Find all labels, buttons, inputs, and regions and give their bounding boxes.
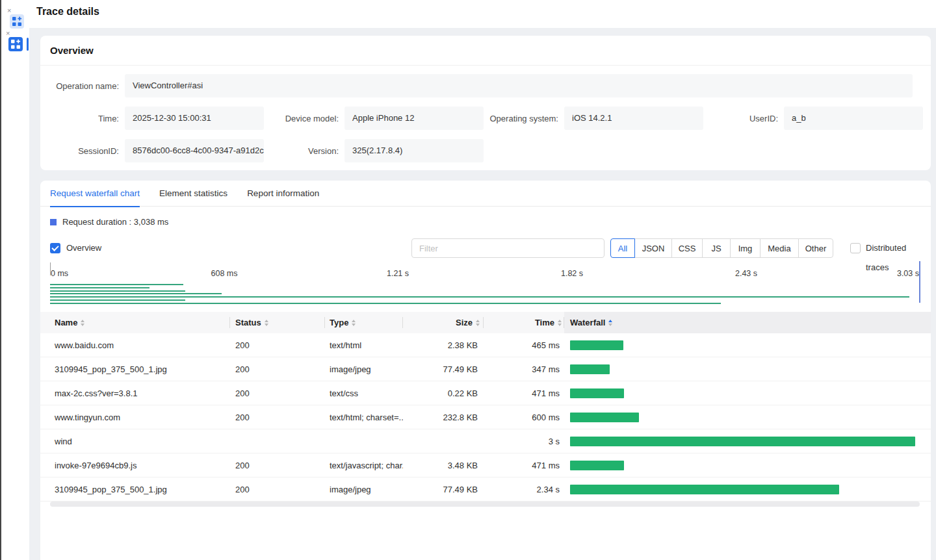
- column-label: Waterfall: [570, 318, 605, 327]
- waterfall-bar: [570, 413, 639, 422]
- dashboard-widget-icon[interactable]: [10, 14, 24, 29]
- type-filter-group: All JSON CSS JS Img Media Other: [610, 238, 833, 258]
- column-header-size[interactable]: Size: [403, 312, 484, 333]
- overview-card: Overview Operation name:ViewController#a…: [40, 36, 931, 170]
- column-header-type[interactable]: Type: [325, 312, 403, 333]
- top-bar: Trace details: [0, 0, 936, 28]
- column-header-waterfall[interactable]: Waterfall: [564, 312, 931, 333]
- tab-request-waterfall-chart[interactable]: Request waterfall chart: [50, 181, 140, 207]
- cell-name: 3109945_pop_375_500_1.jpg: [40, 357, 230, 381]
- overview-checkbox[interactable]: [50, 243, 60, 253]
- cell-waterfall: [564, 405, 931, 429]
- field-label: Device model:: [270, 114, 339, 123]
- filter-img-button[interactable]: Img: [730, 238, 760, 258]
- filter-media-button[interactable]: Media: [760, 238, 799, 258]
- legend-text: Request duration : 3,038 ms: [62, 217, 168, 227]
- sort-icon: [352, 320, 356, 326]
- axis-tick-label: 0 ms: [51, 269, 68, 278]
- cell-status: 200: [230, 453, 325, 477]
- table-row[interactable]: 3109945_pop_375_500_1.jpg200image/jpeg77…: [40, 477, 931, 502]
- cell-time: 2.34 s: [484, 477, 564, 501]
- trace-details-page: Trace details × × Overview Oper: [0, 0, 936, 560]
- horizontal-scrollbar[interactable]: [50, 502, 920, 507]
- cell-waterfall: [564, 333, 931, 357]
- dashboard-widget-icon-active[interactable]: [8, 37, 23, 51]
- cell-name: www.tingyun.com: [40, 405, 230, 429]
- overview-row: Operation name:ViewController#asi: [50, 74, 921, 97]
- waterfall-bar: [570, 461, 624, 470]
- field-value: Apple iPhone 12: [344, 107, 484, 130]
- field-value: ViewController#asi: [125, 74, 913, 97]
- column-label: Time: [535, 318, 554, 327]
- cell-type: text/html; charset=...: [325, 405, 403, 429]
- dashboard-icon: [12, 16, 22, 27]
- cell-size: 0.22 KB: [403, 381, 484, 405]
- cell-time: 465 ms: [484, 333, 564, 357]
- overview-field: SessionID:8576dc00-6cc8-4c00-9347-a91d2c…: [50, 139, 264, 162]
- tab-element-statistics[interactable]: Element statistics: [159, 181, 228, 207]
- close-icon[interactable]: ×: [7, 7, 11, 14]
- filter-json-button[interactable]: JSON: [634, 238, 672, 258]
- field-value: a_b: [784, 107, 923, 130]
- column-header-time[interactable]: Time: [484, 312, 564, 333]
- sort-icon: [265, 320, 268, 326]
- filter-input[interactable]: [411, 238, 604, 258]
- field-label: UserID:: [709, 114, 778, 123]
- table-row[interactable]: www.tingyun.com200text/html; charset=...…: [40, 405, 931, 429]
- table-row[interactable]: max-2c.css?ver=3.8.1200text/css0.22 KB47…: [40, 381, 931, 405]
- field-value: iOS 14.2.1: [564, 107, 703, 130]
- mini-waterfall-line: [50, 287, 150, 288]
- distributed-traces-checkbox[interactable]: [850, 243, 861, 253]
- cell-type: [325, 429, 403, 453]
- mini-waterfall-line: [50, 296, 909, 298]
- mini-waterfall-line: [50, 299, 185, 301]
- table-row[interactable]: wind3 s: [40, 429, 931, 453]
- controls-row: Overview All JSON CSS JS Img Media Other…: [40, 238, 931, 258]
- cell-waterfall: [564, 453, 931, 477]
- filter-all-button[interactable]: All: [610, 238, 635, 258]
- cell-time: 471 ms: [484, 453, 564, 477]
- tab-bar: Request waterfall chart Element statisti…: [40, 181, 931, 207]
- column-header-name[interactable]: Name: [40, 312, 230, 333]
- close-icon[interactable]: ×: [6, 30, 10, 36]
- cell-type: text/html: [325, 333, 403, 357]
- waterfall-card: Request waterfall chart Element statisti…: [40, 181, 931, 560]
- field-label: Operation name:: [50, 81, 119, 91]
- table-row[interactable]: 3109945_pop_375_500_1.jpg200image/jpeg77…: [40, 357, 931, 381]
- axis-tick-label: 1.21 s: [387, 269, 409, 278]
- overview-field: Version:325(2.17.8.4): [270, 139, 484, 162]
- field-label: SessionID:: [50, 146, 119, 156]
- column-header-status[interactable]: Status: [230, 312, 325, 333]
- cell-status: [230, 429, 325, 453]
- cell-type: text/css: [325, 381, 403, 405]
- overview-row: SessionID:8576dc00-6cc8-4c00-9347-a91d2c…: [50, 139, 921, 162]
- page-title: Trace details: [36, 6, 99, 18]
- column-label: Name: [55, 318, 77, 327]
- divider: [40, 65, 931, 66]
- cell-size: 2.38 KB: [403, 333, 484, 357]
- cell-waterfall: [564, 381, 931, 405]
- request-duration-legend: Request duration : 3,038 ms: [50, 217, 168, 227]
- cell-waterfall: [564, 429, 931, 453]
- field-value: 325(2.17.8.4): [344, 139, 484, 162]
- sort-icon: [81, 320, 84, 326]
- tab-report-information[interactable]: Report information: [247, 181, 319, 207]
- table-row[interactable]: www.baidu.com200text/html2.38 KB465 ms: [40, 333, 931, 357]
- field-value: 2025-12-30 15:00:31: [125, 107, 264, 130]
- cell-type: image/jpeg: [325, 477, 403, 501]
- mini-waterfall-line: [50, 293, 222, 294]
- filter-js-button[interactable]: JS: [702, 238, 731, 258]
- cell-time: 600 ms: [484, 405, 564, 429]
- field-label: Operating system:: [489, 114, 558, 123]
- filter-css-button[interactable]: CSS: [671, 238, 703, 258]
- legend-swatch: [50, 219, 57, 225]
- axis-tick-label: 2.43 s: [735, 269, 757, 278]
- overview-field: UserID:a_b: [709, 107, 923, 130]
- table-row[interactable]: invoke-97e9694cb9.js200text/javascript; …: [40, 453, 931, 477]
- waterfall-bar: [570, 485, 839, 494]
- filter-other-button[interactable]: Other: [798, 238, 833, 258]
- waterfall-bar: [570, 364, 610, 374]
- axis-tick-label: 3.03 s: [897, 269, 919, 278]
- cell-status: 200: [230, 477, 325, 501]
- field-value: 8576dc00-6cc8-4c00-9347-a91d2c...: [125, 139, 264, 162]
